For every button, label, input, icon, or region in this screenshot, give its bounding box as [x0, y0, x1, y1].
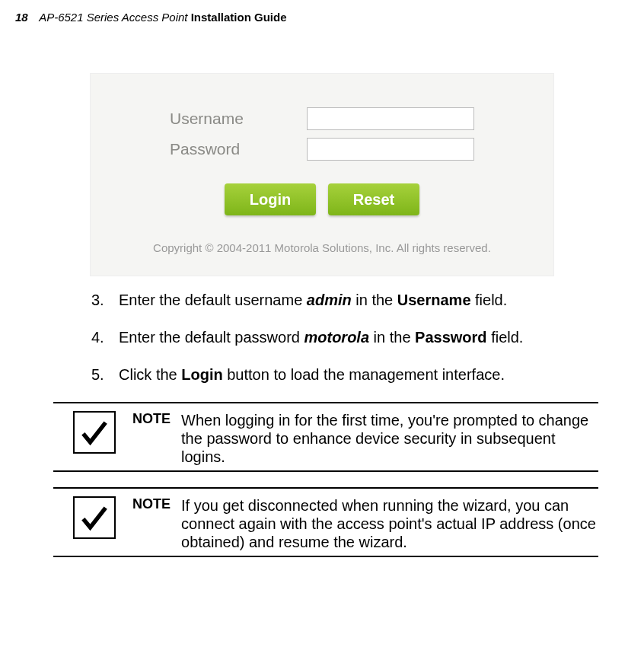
note-text: When logging in for the first time, you'… [181, 411, 598, 466]
password-row: Password [91, 138, 553, 161]
login-panel-container: Username Password Login Reset Copyright … [0, 73, 644, 276]
note-label: NOTE [132, 496, 171, 512]
note-text: If you get disconnected when running the… [181, 496, 598, 551]
checkmark-icon [73, 411, 116, 454]
divider [53, 487, 598, 489]
username-label: Username [170, 110, 307, 128]
checkmark-icon [73, 496, 116, 539]
instructions-list: 3. Enter the default username admin in t… [91, 290, 598, 385]
divider [53, 402, 598, 403]
doc-title: AP-6521 Series Access Point Installation… [39, 11, 286, 24]
doc-title-bold: Installation Guide [191, 11, 287, 24]
login-button[interactable]: Login [225, 183, 316, 215]
step-number: 4. [91, 327, 119, 348]
note-label: NOTE [132, 411, 171, 427]
password-label: Password [170, 140, 307, 158]
note-block-1: NOTE When logging in for the first time,… [73, 411, 598, 466]
step-text: Enter the default password motorola in t… [119, 327, 598, 348]
username-row: Username [91, 107, 553, 130]
step-5: 5. Click the Login button to load the ma… [91, 365, 598, 385]
reset-button[interactable]: Reset [328, 183, 419, 215]
doc-title-italic: AP-6521 Series Access Point [39, 11, 191, 24]
page-header: 18 AP-6521 Series Access Point Installat… [0, 0, 644, 27]
copyright-text: Copyright © 2004-2011 Motorola Solutions… [91, 241, 553, 254]
password-input[interactable] [307, 138, 474, 161]
step-4: 4. Enter the default password motorola i… [91, 327, 598, 348]
page-number: 18 [15, 11, 28, 24]
step-text: Enter the default username admin in the … [119, 290, 598, 311]
login-panel: Username Password Login Reset Copyright … [90, 73, 554, 276]
divider [53, 556, 598, 557]
note-block-2: NOTE If you get disconnected when runnin… [73, 496, 598, 551]
step-number: 3. [91, 290, 119, 311]
step-text: Click the Login button to load the manag… [119, 365, 598, 385]
username-input[interactable] [307, 107, 474, 130]
button-row: Login Reset [91, 183, 553, 215]
step-number: 5. [91, 365, 119, 385]
step-3: 3. Enter the default username admin in t… [91, 290, 598, 311]
